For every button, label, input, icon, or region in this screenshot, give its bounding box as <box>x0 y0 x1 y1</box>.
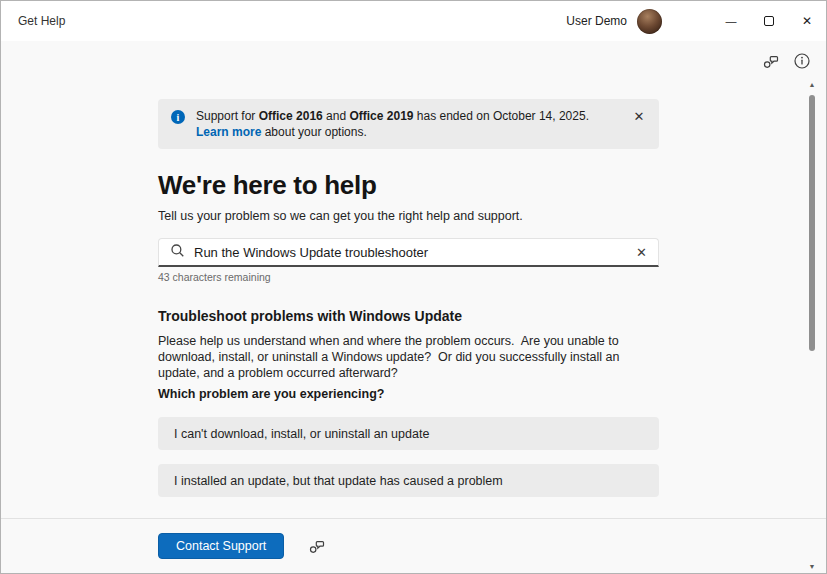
banner-text-suffix: about your options. <box>261 125 366 139</box>
banner-text-mid-2: has ended on October 14, 2025. <box>414 109 589 123</box>
banner-text-mid-1: and <box>323 109 350 123</box>
section-title: Troubleshoot problems with Windows Updat… <box>158 308 659 324</box>
share-feedback-button[interactable] <box>762 52 780 70</box>
close-button[interactable]: ✕ <box>788 1 826 41</box>
option-cant-install-update[interactable]: I can't download, install, or uninstall … <box>158 417 659 450</box>
option-label: I can't download, install, or uninstall … <box>174 427 429 441</box>
banner-close-icon: ✕ <box>634 109 645 124</box>
scrollbar-up-arrow[interactable]: ▲ <box>806 81 818 88</box>
learn-more-link[interactable]: Learn more <box>196 125 261 139</box>
window-controls: — ✕ <box>712 1 826 41</box>
minimize-icon: — <box>726 16 737 27</box>
share-feedback-icon <box>308 543 326 558</box>
section-body: Please help us understand when and where… <box>158 333 659 381</box>
scrollbar-thumb[interactable] <box>809 95 815 351</box>
problem-search-box: ✕ <box>158 238 659 267</box>
close-icon: ✕ <box>802 14 812 28</box>
page-toolbar <box>762 52 811 70</box>
info-button[interactable] <box>793 52 811 70</box>
banner-office-2016: Office 2016 <box>259 109 323 123</box>
share-feedback-icon <box>762 58 780 73</box>
problem-search-input[interactable] <box>194 245 634 260</box>
page-title: We're here to help <box>158 170 659 201</box>
maximize-button[interactable] <box>750 1 788 41</box>
content-column: i Support for Office 2016 and Office 201… <box>158 41 659 497</box>
avatar[interactable] <box>637 9 662 34</box>
section-question: Which problem are you experiencing? <box>158 387 659 401</box>
info-icon <box>793 58 811 73</box>
minimize-button[interactable]: — <box>712 1 750 41</box>
banner-office-2019: Office 2019 <box>349 109 413 123</box>
banner-close-button[interactable]: ✕ <box>631 109 647 124</box>
characters-remaining: 43 characters remaining <box>158 271 659 283</box>
search-clear-icon: ✕ <box>636 245 647 260</box>
get-help-window: Get Help User Demo — ✕ <box>0 0 827 574</box>
titlebar-right: User Demo — ✕ <box>566 1 826 41</box>
option-update-caused-problem[interactable]: I installed an update, but that update h… <box>158 464 659 497</box>
contact-support-button[interactable]: Contact Support <box>158 533 284 559</box>
option-label: I installed an update, but that update h… <box>174 474 503 488</box>
page-subtitle: Tell us your problem so we can get you t… <box>158 209 659 223</box>
office-support-banner: i Support for Office 2016 and Office 201… <box>158 99 659 149</box>
titlebar: Get Help User Demo — ✕ <box>1 1 826 41</box>
page-body: i Support for Office 2016 and Office 201… <box>1 41 826 520</box>
footer-share-feedback-button[interactable] <box>308 537 326 555</box>
user-name[interactable]: User Demo <box>566 14 627 28</box>
banner-text: Support for Office 2016 and Office 2019 … <box>196 108 621 140</box>
search-icon <box>170 243 185 262</box>
search-clear-button[interactable]: ✕ <box>634 245 649 260</box>
scrollbar-down-arrow[interactable]: ▼ <box>806 563 818 570</box>
maximize-icon <box>764 16 774 26</box>
footer: Contact Support <box>1 518 826 573</box>
app-title: Get Help <box>18 14 65 28</box>
banner-info-icon: i <box>171 110 185 124</box>
banner-text-prefix: Support for <box>196 109 259 123</box>
